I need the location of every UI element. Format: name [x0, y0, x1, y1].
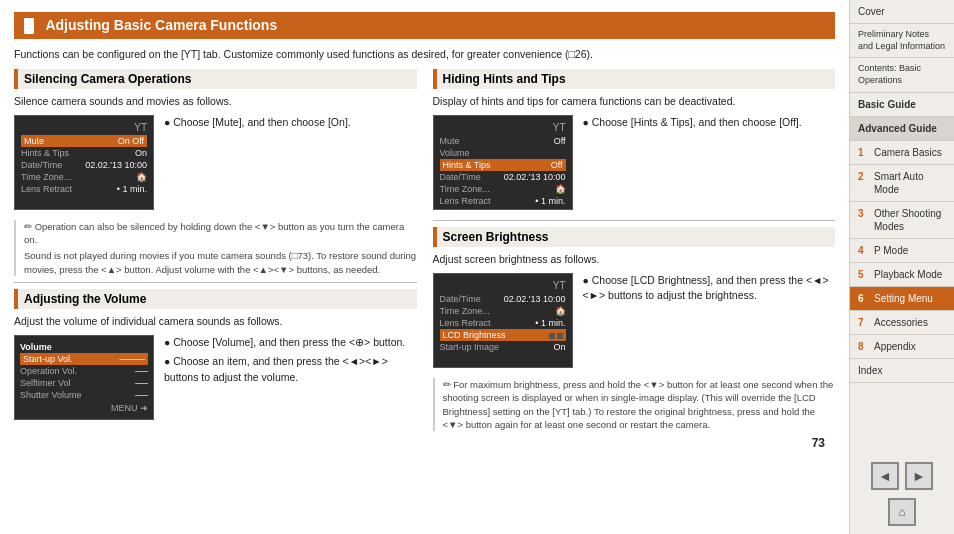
sidebar-nav: Cover Preliminary Notes and Legal Inform…: [850, 0, 954, 454]
sidebar-item-setting-menu[interactable]: 6 Setting Menu: [850, 287, 954, 311]
brightness-screen-icons: YT: [440, 280, 566, 291]
hints-screen-icons: YT: [440, 122, 566, 133]
brightness-lcd-row: LCD Brightness: [440, 329, 566, 341]
sidebar-item-prelim[interactable]: Preliminary Notes and Legal Information: [850, 24, 954, 58]
silencing-screen: YT Mute On Off Hints & Tips On Date/Time…: [14, 115, 154, 210]
brightness-bar: [525, 332, 563, 340]
brightness-bullet: Choose [LCD Brightness], and then press …: [583, 273, 836, 303]
hints-screen: YT Mute Off Volume Hints & Tips Off Date: [433, 115, 573, 210]
brightness-body: Adjust screen brightness as follows.: [433, 252, 836, 267]
volume-header-row: Volume: [20, 341, 148, 353]
sidebar-item-other-shooting[interactable]: 3 Other Shooting Modes: [850, 202, 954, 239]
silencing-bullet-section: YT Mute On Off Hints & Tips On Date/Time…: [14, 115, 417, 214]
sidebar-arrows: ◄ ►: [850, 454, 954, 498]
sidebar-item-smart-auto[interactable]: 2 Smart Auto Mode: [850, 165, 954, 202]
sidebar-item-accessories[interactable]: 7 Accessories: [850, 311, 954, 335]
sidebar: Cover Preliminary Notes and Legal Inform…: [849, 0, 954, 534]
brightness-screen: YT Date/Time 02.02.'13 10:00 Time Zone..…: [433, 273, 573, 368]
sidebar-item-index[interactable]: Index: [850, 359, 954, 383]
screen-date-row: Date/Time 02.02.'13 10:00: [21, 159, 147, 171]
main-title-icon: [24, 18, 34, 34]
screen-lens-row: Lens Retract • 1 min.: [21, 183, 147, 195]
sidebar-item-cover[interactable]: Cover: [850, 0, 954, 24]
home-button[interactable]: ⌂: [888, 498, 916, 526]
brightness-startup-row: Start-up Image On: [440, 341, 566, 353]
brightness-title: Screen Brightness: [433, 227, 836, 247]
hints-timezone-row: Time Zone... 🏠: [440, 183, 566, 195]
prev-button[interactable]: ◄: [871, 462, 899, 490]
screen-icons: YT: [21, 122, 147, 133]
screen-timezone-row: Time Zone... 🏠: [21, 171, 147, 183]
hints-mute-row: Mute Off: [440, 135, 566, 147]
brightness-note: ✏ For maximum brightness, press and hold…: [433, 378, 836, 431]
hints-hints-row: Hints & Tips Off: [440, 159, 566, 171]
silencing-notes: ✏ Operation can also be silenced by hold…: [14, 220, 417, 276]
hints-lens-row: Lens Retract • 1 min.: [440, 195, 566, 207]
volume-startup-row: Start-up Vol. ────: [20, 353, 148, 365]
left-column: Silencing Camera Operations Silence came…: [14, 69, 417, 435]
silencing-bullet: Choose [Mute], and then choose [On].: [164, 115, 417, 130]
volume-self-row: Selftimer Vol ──: [20, 377, 148, 389]
silencing-title: Silencing Camera Operations: [14, 69, 417, 89]
hiding-hints-body: Display of hints and tips for camera fun…: [433, 94, 836, 109]
sidebar-item-contents[interactable]: Contents: Basic Operations: [850, 58, 954, 92]
silencing-body: Silence camera sounds and movies as foll…: [14, 94, 417, 109]
hints-volume-row: Volume: [440, 147, 566, 159]
sidebar-item-camera-basics[interactable]: 1 Camera Basics: [850, 141, 954, 165]
volume-body: Adjust the volume of individual camera s…: [14, 314, 417, 329]
hiding-hints-bullet-section: YT Mute Off Volume Hints & Tips Off Date: [433, 115, 836, 214]
sidebar-item-playback[interactable]: 5 Playback Mode: [850, 263, 954, 287]
hiding-hints-bullet: Choose [Hints & Tips], and then choose […: [583, 115, 836, 130]
sidebar-item-appendix[interactable]: 8 Appendix: [850, 335, 954, 359]
sidebar-item-basic-guide[interactable]: Basic Guide: [850, 93, 954, 117]
next-button[interactable]: ►: [905, 462, 933, 490]
brightness-bullet-section: YT Date/Time 02.02.'13 10:00 Time Zone..…: [433, 273, 836, 372]
volume-title: Adjusting the Volume: [14, 289, 417, 309]
hiding-hints-title: Hiding Hints and Tips: [433, 69, 836, 89]
volume-op-row: Operation Vol. ──: [20, 365, 148, 377]
main-intro: Functions can be configured on the [YT] …: [14, 47, 835, 62]
hints-date-row: Date/Time 02.02.'13 10:00: [440, 171, 566, 183]
volume-shutter-row: Shutter Volume ──: [20, 389, 148, 401]
sidebar-item-advanced-guide[interactable]: Advanced Guide: [850, 117, 954, 141]
brightness-timezone-row: Time Zone... 🏠: [440, 305, 566, 317]
sidebar-item-p-mode[interactable]: 4 P Mode: [850, 239, 954, 263]
main-title: Adjusting Basic Camera Functions: [14, 12, 835, 39]
brightness-date-row: Date/Time 02.02.'13 10:00: [440, 293, 566, 305]
page-number: 73: [14, 434, 835, 454]
brightness-lens-row: Lens Retract • 1 min.: [440, 317, 566, 329]
main-content: Adjusting Basic Camera Functions Functio…: [0, 0, 849, 534]
volume-bullets: Choose [Volume], and then press the <⊕> …: [164, 335, 417, 385]
right-column: Hiding Hints and Tips Display of hints a…: [433, 69, 836, 435]
screen-hints-row: Hints & Tips On: [21, 147, 147, 159]
volume-bullet-section: Volume Start-up Vol. ──── Operation Vol.…: [14, 335, 417, 424]
screen-mute-row: Mute On Off: [21, 135, 147, 147]
volume-screen: Volume Start-up Vol. ──── Operation Vol.…: [14, 335, 154, 420]
